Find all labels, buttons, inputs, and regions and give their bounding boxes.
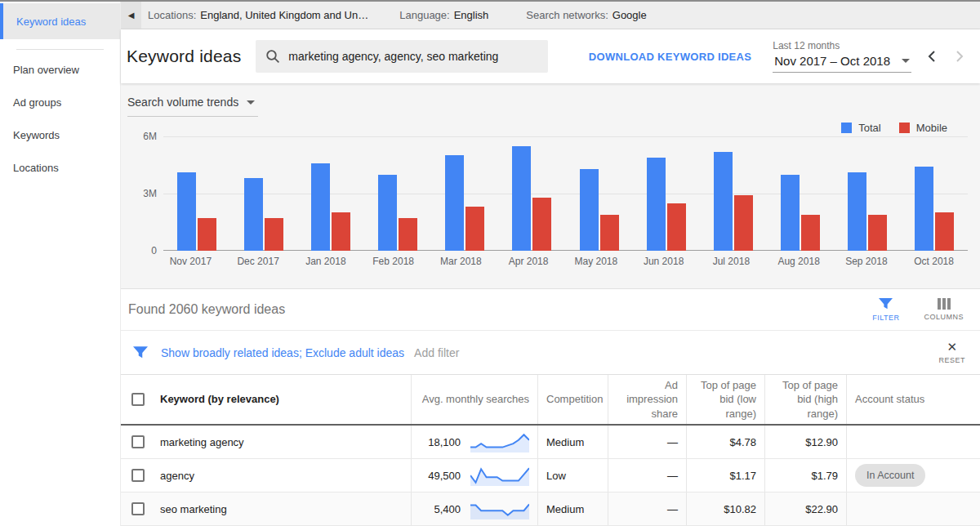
select-all-checkbox[interactable]: [131, 393, 145, 406]
reset-filters-button[interactable]: ✕ RESET: [938, 341, 965, 364]
header-cell-bid-low: Top of page bid (low range): [686, 375, 764, 424]
main-area: ◀ Locations: England, United Kingdom and…: [121, 2, 980, 526]
table-row[interactable]: marketing agency18,100Medium—$4.78$12.90: [121, 426, 980, 459]
x-label: Jun 2018: [630, 256, 697, 267]
columns-button[interactable]: COLUMNS: [924, 298, 964, 321]
add-filter-button[interactable]: Add filter: [414, 346, 459, 359]
download-keyword-ideas-button[interactable]: DOWNLOAD KEYWORD IDEAS: [589, 51, 751, 63]
mobile-bar[interactable]: [600, 215, 619, 251]
legend-swatch-total: [841, 123, 852, 133]
legend-label: Mobile: [916, 122, 947, 134]
header-cell-bid-high: Top of page bid (high range): [764, 375, 846, 424]
search-networks-value: Google: [612, 9, 647, 21]
previous-period-button[interactable]: [924, 48, 939, 65]
mobile-bar[interactable]: [198, 218, 216, 251]
x-label: Mar 2018: [427, 256, 495, 267]
sidebar-item-keyword-ideas[interactable]: Keyword ideas: [0, 3, 120, 39]
mobile-bar[interactable]: [667, 203, 686, 251]
total-bar[interactable]: [714, 152, 733, 251]
cell-account-status: [846, 426, 980, 458]
search-input[interactable]: [288, 50, 538, 63]
back-arrow-icon: ◀: [128, 11, 135, 20]
mobile-bar[interactable]: [935, 212, 954, 251]
mobile-bar[interactable]: [332, 212, 350, 251]
keyword-search-box[interactable]: [256, 40, 548, 73]
search-networks-label: Search networks:: [526, 9, 608, 21]
total-bar[interactable]: [177, 172, 196, 251]
cell-keyword: marketing agency: [121, 426, 411, 458]
in-account-badge: In Account: [855, 464, 925, 487]
active-filters-link[interactable]: Show broadly related ideas; Exclude adul…: [161, 346, 404, 359]
columns-button-label: COLUMNS: [924, 313, 964, 321]
chart-legend: TotalMobile: [823, 122, 947, 134]
bar-group-dec-2017: [230, 136, 297, 251]
mobile-bar[interactable]: [801, 215, 820, 251]
sidebar-item-plan-overview[interactable]: Plan overview: [0, 53, 120, 86]
chevron-down-icon: [902, 59, 910, 63]
total-bar[interactable]: [512, 146, 531, 251]
keyword-planner-app: Keyword ideas Plan overviewAd groupsKeyw…: [0, 0, 980, 526]
y-tick-3m: 3M: [132, 188, 157, 199]
chevron-left-icon: [924, 48, 939, 65]
reset-label: RESET: [938, 356, 965, 364]
chart-plot-area: 6M 3M 0: [163, 136, 968, 251]
total-bar[interactable]: [445, 155, 464, 251]
mobile-bar[interactable]: [734, 195, 753, 251]
mobile-bar[interactable]: [532, 198, 551, 251]
date-range-picker[interactable]: Last 12 months Nov 2017 – Oct 2018: [773, 40, 911, 73]
next-period-button[interactable]: [952, 48, 967, 65]
language-setting[interactable]: Language: English: [393, 2, 495, 29]
trends-dropdown[interactable]: Search volume trends: [127, 94, 258, 117]
trend-sparkline: [470, 430, 529, 453]
page-header: Keyword ideas DOWNLOAD KEYWORD IDEAS Las…: [121, 29, 980, 83]
sidebar-divider: [16, 49, 104, 50]
cell-account-status: [846, 493, 980, 525]
cell-account-status: In Account: [846, 459, 980, 492]
mobile-bar[interactable]: [868, 215, 887, 251]
mobile-bar[interactable]: [265, 218, 283, 251]
back-button[interactable]: ◀: [121, 2, 141, 29]
keyword-text: seo marketing: [160, 503, 227, 515]
legend-item-mobile[interactable]: Mobile: [899, 122, 947, 134]
table-body: marketing agency18,100Medium—$4.78$12.90…: [121, 426, 980, 526]
total-bar[interactable]: [378, 175, 397, 251]
filter-button[interactable]: FILTER: [872, 298, 899, 322]
cell-keyword: agency: [121, 459, 411, 492]
mobile-bar[interactable]: [466, 207, 484, 251]
table-row[interactable]: agency49,500Low—$1.17$1.79In Account: [121, 459, 980, 493]
sidebar-item-ad-groups[interactable]: Ad groups: [0, 86, 120, 118]
sidebar-item-keywords[interactable]: Keywords: [0, 118, 120, 151]
row-checkbox[interactable]: [131, 502, 145, 515]
bar-group-jan-2018: [297, 136, 364, 251]
total-bar[interactable]: [244, 178, 263, 251]
total-bar[interactable]: [848, 172, 866, 251]
locations-label: Locations:: [148, 9, 196, 21]
total-bar[interactable]: [580, 169, 599, 251]
x-label: Feb 2018: [359, 256, 427, 267]
legend-item-total[interactable]: Total: [841, 122, 880, 134]
mobile-bar[interactable]: [399, 218, 417, 251]
x-label: Jan 2018: [292, 256, 360, 267]
legend-swatch-mobile: [899, 123, 910, 133]
cell-keyword: seo marketing: [121, 493, 411, 525]
page-title: Keyword ideas: [127, 47, 241, 66]
settings-topbar: ◀ Locations: England, United Kingdom and…: [121, 2, 980, 29]
chevron-down-icon: [247, 100, 255, 105]
bar-group-sep-2018: [834, 136, 901, 251]
total-bar[interactable]: [647, 158, 666, 251]
total-bar[interactable]: [915, 167, 933, 251]
sidebar-item-locations[interactable]: Locations: [0, 151, 120, 184]
row-checkbox[interactable]: [131, 435, 145, 448]
total-bar[interactable]: [311, 163, 330, 251]
x-label: Sep 2018: [833, 256, 901, 267]
y-tick-0: 0: [132, 245, 157, 256]
row-checkbox[interactable]: [131, 469, 145, 482]
trend-sparkline: [470, 497, 529, 520]
keyword-text: marketing agency: [160, 436, 244, 448]
locations-setting[interactable]: Locations: England, United Kingdom and U…: [141, 2, 375, 29]
search-networks-setting[interactable]: Search networks: Google: [519, 2, 653, 29]
table-row[interactable]: seo marketing5,400Medium—$10.82$22.90: [121, 493, 980, 526]
bar-group-mar-2018: [431, 136, 498, 251]
total-bar[interactable]: [781, 175, 800, 251]
filter-button-label: FILTER: [872, 314, 899, 322]
